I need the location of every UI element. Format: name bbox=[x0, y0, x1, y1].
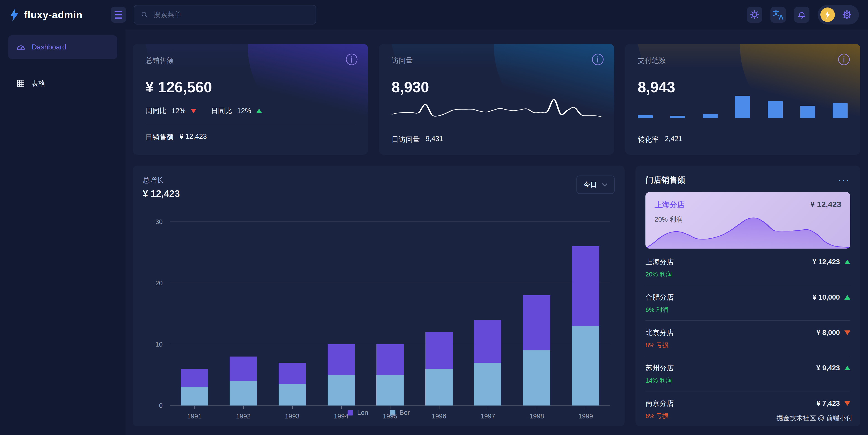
legend-item[interactable]: Lon bbox=[347, 409, 368, 416]
trend-icon bbox=[844, 401, 850, 406]
payments-card: 支付笔数 8,943 转化率 2,421 bbox=[625, 44, 860, 155]
store-name: 上海分店 bbox=[646, 257, 674, 267]
search-input[interactable] bbox=[153, 11, 310, 19]
store-value: ¥ 10,000 bbox=[812, 293, 840, 302]
store-row: 北京分店 ¥ 8,000 8% 亏损 bbox=[646, 321, 850, 355]
store-name: 合肥分店 bbox=[646, 292, 674, 302]
topbar-actions: 文A bbox=[747, 5, 859, 25]
store-name: 苏州分店 bbox=[646, 363, 674, 373]
bottom-row: 总增长 ¥ 12,423 今日 010203019911992199319941… bbox=[133, 165, 860, 426]
total-sales-card: 总销售额 ¥ 126,560 周同比 12% 日同比 12% bbox=[133, 44, 368, 155]
stores-card: 门店销售额 ··· 上海分店 ¥ 12,423 20% 利润 bbox=[636, 165, 860, 426]
featured-store-card[interactable]: 上海分店 ¥ 12,423 20% 利润 bbox=[646, 192, 850, 249]
sales-trends: 周同比 12% 日同比 12% bbox=[146, 106, 262, 116]
stats-row: 总销售额 ¥ 126,560 周同比 12% 日同比 12% bbox=[133, 44, 860, 155]
visits-card: 访问量 8,930 日访问量 9,431 bbox=[379, 44, 614, 155]
store-value: ¥ 9,423 bbox=[816, 364, 840, 372]
store-value: ¥ 12,423 bbox=[812, 258, 840, 266]
growth-value: ¥ 12,423 bbox=[143, 188, 180, 199]
store-row: 合肥分店 ¥ 10,000 6% 利润 bbox=[646, 285, 850, 320]
store-note: 8% 亏损 bbox=[646, 341, 850, 349]
mini-bar bbox=[670, 116, 685, 118]
trend-up-icon bbox=[256, 108, 262, 113]
stat-title: 访问量 bbox=[392, 56, 601, 65]
sidebar-item-label: 表格 bbox=[31, 79, 45, 88]
search-box[interactable] bbox=[134, 5, 316, 25]
mini-bar bbox=[735, 96, 750, 118]
featured-store-value: ¥ 12,423 bbox=[810, 200, 841, 210]
mini-bar bbox=[800, 106, 815, 118]
store-name: 北京分店 bbox=[646, 328, 674, 338]
search-icon bbox=[140, 10, 149, 19]
theme-toggle-button[interactable] bbox=[747, 7, 762, 23]
growth-plot-wrap: 0102030199119921993199419951996199719981… bbox=[143, 222, 615, 409]
store-note: 6% 利润 bbox=[646, 306, 850, 314]
store-note: 14% 利润 bbox=[646, 376, 850, 385]
trend-icon bbox=[844, 366, 850, 370]
trend-down-icon bbox=[191, 108, 196, 113]
credit-text: 掘金技术社区 @ 前端小付 bbox=[776, 414, 852, 423]
stat-footer: 转化率 2,421 bbox=[638, 135, 847, 144]
stat-footer: 日销售额 ¥ 12,423 bbox=[146, 132, 355, 142]
stat-footer: 日访问量 9,431 bbox=[392, 135, 601, 144]
stores-title: 门店销售额 bbox=[646, 175, 685, 185]
featured-store-name: 上海分店 bbox=[654, 200, 684, 210]
growth-chart-card: 总增长 ¥ 12,423 今日 010203019911992199319941… bbox=[133, 165, 625, 426]
user-menu[interactable] bbox=[818, 5, 859, 25]
sidebar-item-dashboard[interactable]: Dashboard bbox=[8, 35, 117, 59]
store-note: 20% 利润 bbox=[646, 270, 850, 279]
day-trend: 日同比 12% bbox=[211, 106, 262, 116]
more-menu-icon[interactable]: ··· bbox=[838, 178, 850, 182]
visits-line-path bbox=[392, 99, 601, 117]
chevron-down-icon bbox=[601, 183, 608, 187]
sidebar-item-label: Dashboard bbox=[32, 43, 66, 51]
avatar[interactable] bbox=[820, 7, 835, 22]
featured-store-profit: 20% 利润 bbox=[646, 210, 850, 224]
bolt-avatar-icon bbox=[824, 10, 831, 19]
store-name: 南京分店 bbox=[646, 399, 674, 408]
mini-bar bbox=[638, 115, 653, 118]
stat-title: 总销售额 bbox=[146, 56, 355, 65]
mini-bar bbox=[768, 101, 783, 118]
sidebar: fluxy-admin Dashboard 表格 bbox=[0, 0, 125, 435]
language-switch-button[interactable]: 文A bbox=[770, 7, 786, 23]
mini-bar bbox=[833, 103, 847, 118]
stat-value: 8,930 bbox=[392, 79, 601, 96]
main-content: 总销售额 ¥ 126,560 周同比 12% 日同比 12% bbox=[125, 30, 868, 435]
store-list: 上海分店 ¥ 12,423 20% 利润 合肥分店 ¥ 10,000 6% 利润 bbox=[636, 249, 860, 426]
visits-sparkline bbox=[392, 96, 601, 118]
bell-icon bbox=[797, 10, 807, 20]
mini-bar bbox=[703, 114, 718, 118]
payments-minibars bbox=[638, 96, 847, 118]
store-value: ¥ 8,000 bbox=[816, 329, 840, 337]
store-value: ¥ 7,423 bbox=[816, 399, 840, 408]
table-grid-icon bbox=[16, 79, 25, 88]
store-row: 苏州分店 ¥ 9,423 14% 利润 bbox=[646, 356, 850, 391]
growth-plot: 0102030199119921993199419951996199719981… bbox=[170, 222, 610, 405]
store-row: 上海分店 ¥ 12,423 20% 利润 bbox=[646, 250, 850, 285]
stat-value: ¥ 126,560 bbox=[146, 79, 355, 96]
collapse-menu-button[interactable] bbox=[111, 7, 126, 23]
dashboard-gauge-icon bbox=[16, 42, 26, 52]
sidebar-item-table[interactable]: 表格 bbox=[8, 72, 117, 95]
date-range-dropdown[interactable]: 今日 bbox=[577, 176, 615, 194]
trend-icon bbox=[844, 295, 850, 300]
growth-title: 总增长 bbox=[143, 176, 180, 185]
week-trend: 周同比 12% bbox=[146, 106, 196, 116]
topbar: 文A bbox=[0, 0, 868, 30]
notifications-button[interactable] bbox=[794, 7, 809, 23]
sun-icon bbox=[750, 10, 760, 20]
stat-value: 8,943 bbox=[638, 79, 847, 96]
sidebar-nav: Dashboard 表格 bbox=[0, 35, 125, 95]
translate-icon: 文A bbox=[773, 10, 783, 20]
stat-title: 支付笔数 bbox=[638, 56, 847, 65]
gear-icon[interactable] bbox=[842, 9, 852, 20]
hamburger-icon bbox=[115, 11, 122, 19]
divider bbox=[146, 125, 355, 125]
trend-icon bbox=[844, 260, 850, 264]
trend-icon bbox=[844, 331, 850, 335]
